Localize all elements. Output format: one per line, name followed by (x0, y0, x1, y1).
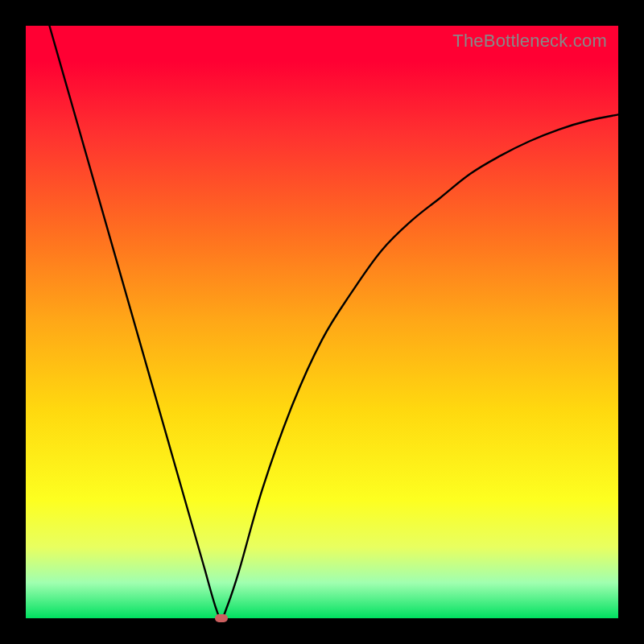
optimum-marker (215, 614, 228, 622)
bottleneck-curve (26, 26, 618, 618)
plot-area: TheBottleneck.com (26, 26, 618, 618)
chart-frame: TheBottleneck.com (0, 0, 644, 644)
